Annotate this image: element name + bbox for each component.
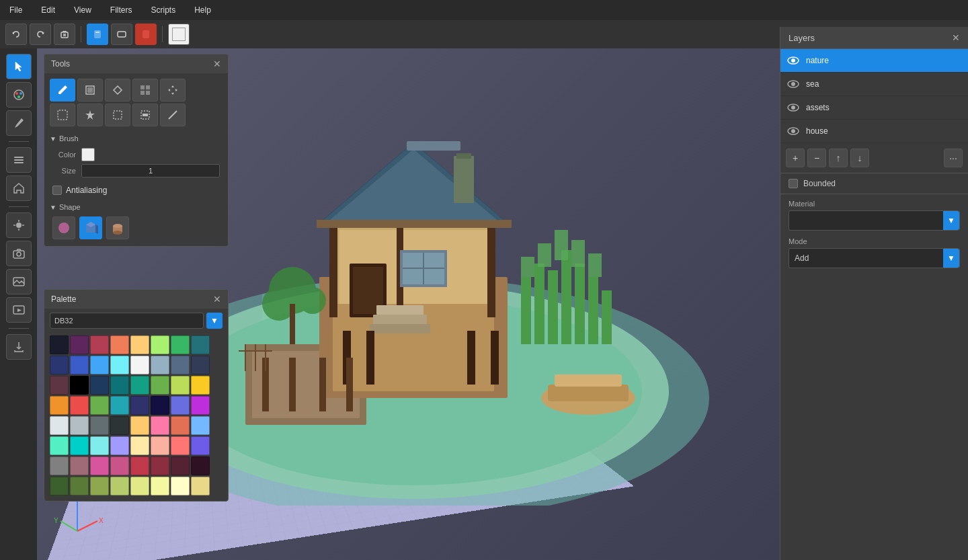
color-cell-18[interactable] [90, 376, 109, 395]
undo-button[interactable] [5, 24, 27, 45]
export-tool-button[interactable] [6, 334, 32, 360]
color-cell-58[interactable] [90, 477, 109, 495]
eyedropper-tool[interactable] [50, 104, 75, 126]
select-rect-tool[interactable] [105, 79, 130, 102]
remove-layer-button[interactable]: − [807, 149, 826, 167]
color-cell-13[interactable] [151, 356, 169, 374]
camera-tool-button[interactable] [6, 241, 32, 266]
color-cell-23[interactable] [191, 376, 210, 395]
color-cell-32[interactable] [50, 416, 69, 435]
color-cell-51[interactable] [110, 456, 129, 475]
brush-tool-button[interactable] [6, 110, 32, 136]
color-cell-5[interactable] [151, 335, 169, 354]
layer-more-button[interactable]: ··· [944, 149, 963, 167]
layer-eye-nature[interactable] [786, 53, 801, 68]
color-cell-55[interactable] [191, 456, 210, 475]
color-cell-38[interactable] [171, 416, 190, 435]
color-cell-54[interactable] [171, 456, 190, 475]
menu-edit[interactable]: Edit [37, 4, 59, 16]
cube-shape[interactable] [79, 216, 102, 239]
color-cell-31[interactable] [191, 396, 210, 415]
color-cell-19[interactable] [110, 376, 129, 395]
color-cell-30[interactable] [171, 396, 190, 415]
color-cell-28[interactable] [130, 396, 149, 415]
color-cell-35[interactable] [110, 416, 129, 435]
color-cell-14[interactable] [171, 356, 190, 374]
paint-button[interactable] [87, 24, 108, 45]
color-cell-17[interactable] [70, 376, 89, 395]
color-cell-4[interactable] [130, 335, 149, 354]
color-cell-1[interactable] [70, 335, 89, 354]
grid-tool[interactable] [132, 79, 158, 102]
color-cell-21[interactable] [151, 376, 169, 395]
color-cell-22[interactable] [171, 376, 190, 395]
bounded-checkbox[interactable] [789, 179, 798, 188]
redo-button[interactable] [30, 24, 51, 45]
color-cell-34[interactable] [90, 416, 109, 435]
brush-section-header[interactable]: ▼ Brush [44, 132, 228, 145]
layers-tool-button[interactable] [6, 147, 32, 173]
shape-section-header[interactable]: ▼ Shape [44, 200, 228, 214]
color-cell-12[interactable] [130, 356, 149, 374]
color-cell-33[interactable] [70, 416, 89, 435]
color-cell-40[interactable] [50, 436, 69, 455]
color-cell-53[interactable] [151, 456, 169, 475]
color-cell-37[interactable] [151, 416, 169, 435]
color-cell-46[interactable] [171, 436, 190, 455]
color-cell-16[interactable] [50, 376, 69, 395]
color-cell-62[interactable] [171, 477, 190, 495]
sun-tool-button[interactable] [6, 212, 32, 238]
color-cell-45[interactable] [151, 436, 169, 455]
tools-panel-close[interactable]: ✕ [213, 58, 221, 69]
color-cell-42[interactable] [90, 436, 109, 455]
move-layer-down-button[interactable]: ↓ [850, 149, 869, 167]
menu-scripts[interactable]: Scripts [147, 4, 180, 16]
mode-dropdown-arrow[interactable]: ▼ [943, 249, 959, 268]
palette-preset-input[interactable] [50, 313, 204, 329]
layer-item-nature[interactable]: nature [780, 49, 968, 73]
eyedrop-tool[interactable] [160, 104, 186, 126]
material-dropdown-arrow[interactable]: ▼ [943, 211, 959, 230]
layers-panel-close[interactable]: ✕ [952, 32, 960, 43]
color-cell-41[interactable] [70, 436, 89, 455]
color-cell-10[interactable] [90, 356, 109, 374]
color-palette-button[interactable] [6, 82, 32, 108]
color-cell-11[interactable] [110, 356, 129, 374]
foreground-color-button[interactable] [168, 24, 190, 45]
color-swatch[interactable] [81, 148, 95, 161]
layer-eye-sea[interactable] [786, 77, 801, 91]
color-cell-43[interactable] [110, 436, 129, 455]
palette-panel-close[interactable]: ✕ [213, 294, 221, 305]
color-cell-6[interactable] [171, 335, 190, 354]
color-cell-52[interactable] [130, 456, 149, 475]
color-cell-61[interactable] [151, 477, 169, 495]
layer-eye-assets[interactable] [786, 100, 801, 115]
size-input[interactable] [81, 164, 220, 177]
sphere-shape[interactable] [52, 216, 75, 239]
color-cell-9[interactable] [70, 356, 89, 374]
layer-item-house[interactable]: house [780, 120, 968, 143]
color-cell-57[interactable] [70, 477, 89, 495]
color-cell-56[interactable] [50, 477, 69, 495]
material-dropdown[interactable]: ▼ [789, 210, 960, 231]
color-cell-25[interactable] [70, 396, 89, 415]
antialiasing-checkbox[interactable] [52, 186, 62, 195]
star-tool[interactable] [77, 104, 103, 126]
color-cell-27[interactable] [110, 396, 129, 415]
color-cell-15[interactable] [191, 356, 210, 374]
box-tool[interactable] [77, 79, 103, 102]
color-cell-20[interactable] [130, 376, 149, 395]
rect-select-tool[interactable] [105, 104, 130, 126]
menu-filters[interactable]: Filters [106, 4, 136, 16]
layer-item-assets[interactable]: assets [780, 96, 968, 120]
move-layer-up-button[interactable]: ↑ [829, 149, 848, 167]
color-cell-48[interactable] [50, 456, 69, 475]
color-cell-24[interactable] [50, 396, 69, 415]
color-cell-36[interactable] [130, 416, 149, 435]
color-cell-59[interactable] [110, 477, 129, 495]
color-cell-60[interactable] [130, 477, 149, 495]
animation-tool-button[interactable] [6, 297, 32, 323]
menu-help[interactable]: Help [190, 4, 215, 16]
menu-file[interactable]: File [5, 4, 26, 16]
color-cell-49[interactable] [70, 456, 89, 475]
